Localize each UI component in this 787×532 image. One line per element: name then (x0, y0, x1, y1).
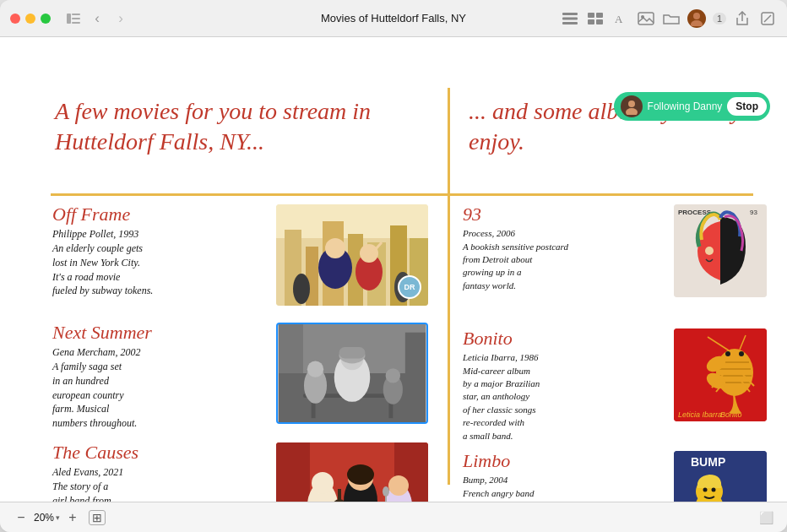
svg-point-34 (293, 274, 310, 304)
grid-view-icon[interactable]: ⊞ (89, 510, 106, 525)
collaborator-count: 1 (713, 13, 726, 24)
svg-rect-49 (279, 324, 303, 373)
svg-rect-10 (596, 19, 603, 24)
titlebar: ‹ › Movies of Hutteldorf Falls, NY (0, 0, 787, 37)
svg-rect-0 (67, 14, 71, 24)
album-subtitle-2: Leticia Ibarra, 1986Mid-career albumby a… (463, 351, 665, 442)
album-title-2: Bonito (463, 328, 665, 349)
album-text-3: Limbo Bump, 2004French angry bandmixes i… (463, 451, 665, 502)
movie-image-2 (276, 323, 428, 424)
svg-point-18 (628, 100, 635, 107)
svg-point-64 (383, 486, 389, 497)
album-text-2: Bonito Leticia Ibarra, 1986Mid-career al… (463, 328, 665, 442)
window: ‹ › Movies of Hutteldorf Falls, NY (0, 0, 787, 532)
movie-entry-1: Off Frame Philippe Pollet, 1993An elderl… (52, 204, 428, 306)
window-title: Movies of Hutteldorf Falls, NY (321, 12, 466, 24)
movie-image-3 (276, 442, 428, 502)
gallery-icon[interactable] (586, 9, 605, 28)
svg-rect-12 (638, 13, 654, 24)
svg-rect-58 (338, 489, 341, 502)
svg-text:Leticia Ibarra: Leticia Ibarra (678, 410, 722, 419)
close-button[interactable] (10, 14, 20, 24)
album-text-1: 93 Process, 2006A bookish sensitive post… (463, 204, 665, 297)
svg-rect-44 (339, 347, 366, 359)
album-image-1: PROCESS 93 (674, 204, 767, 297)
zoom-chevron-icon: ▾ (56, 513, 60, 522)
back-button[interactable]: ‹ (88, 9, 106, 28)
svg-text:93: 93 (750, 209, 757, 216)
movie-text-1: Off Frame Philippe Pollet, 1993An elderl… (52, 204, 266, 306)
fullscreen-icon[interactable]: ⬜ (759, 511, 773, 524)
image-icon[interactable] (637, 9, 655, 28)
following-text: Following Danny (648, 100, 723, 112)
album-entry-3: Limbo Bump, 2004French angry bandmixes i… (463, 451, 767, 502)
svg-point-63 (388, 475, 409, 496)
movie-subtitle-1: Philippe Pollet, 1993An elderly couple g… (52, 227, 266, 298)
album-subtitle-3: Bump, 2004French angry bandmixes influen… (463, 474, 665, 502)
text-icon[interactable]: A (611, 9, 630, 28)
svg-point-91 (739, 351, 744, 356)
movie-title-1: Off Frame (52, 204, 266, 225)
svg-point-90 (725, 351, 730, 356)
canvas: Following Danny Stop A few movies for yo… (0, 37, 787, 502)
movie-subtitle-3: Aled Evans, 2021The story of agirl band … (52, 465, 266, 502)
edit-icon[interactable] (758, 9, 777, 28)
following-badge: Following Danny Stop (614, 92, 770, 121)
svg-rect-65 (385, 497, 387, 502)
vertical-divider (448, 88, 450, 485)
svg-rect-5 (562, 17, 578, 19)
svg-point-30 (325, 238, 345, 258)
movie-text-3: The Causes Aled Evans, 2021The story of … (52, 442, 266, 502)
stop-button[interactable]: Stop (727, 97, 767, 116)
album-entry-2: Bonito Leticia Ibarra, 1986Mid-career al… (463, 328, 767, 442)
svg-rect-8 (596, 13, 603, 18)
svg-rect-50 (405, 333, 426, 373)
toolbar-icons: A (561, 9, 777, 28)
traffic-lights (10, 14, 51, 24)
zoom-button[interactable] (41, 14, 51, 24)
movie-avatar-dr: DR (398, 275, 421, 299)
zoom-plus-button[interactable]: + (65, 510, 80, 525)
svg-point-97 (703, 488, 708, 492)
svg-point-15 (691, 20, 703, 26)
zoom-value: 20% (34, 512, 54, 524)
movie-title-3: The Causes (52, 442, 266, 463)
list-view-icon[interactable] (561, 9, 579, 28)
album-subtitle-1: Process, 2006A bookish sensitive postcar… (463, 227, 665, 292)
svg-point-48 (386, 368, 400, 383)
zoom-level-display: 20% ▾ (34, 512, 60, 524)
toolbar-left: ‹ › (64, 9, 130, 28)
sidebar-toggle-icon[interactable] (64, 9, 83, 28)
folder-icon[interactable] (662, 9, 681, 28)
svg-rect-1 (72, 14, 80, 15)
movie-entry-3: The Causes Aled Evans, 2021The story of … (52, 442, 428, 502)
movie-entry-2: Next Summer Gena Mercham, 2002A family s… (52, 323, 428, 431)
svg-point-14 (693, 13, 700, 19)
share-icon[interactable] (733, 9, 752, 28)
svg-rect-9 (588, 19, 594, 24)
horizontal-divider (51, 193, 753, 196)
album-entry-1: 93 Process, 2006A bookish sensitive post… (463, 204, 767, 297)
svg-line-17 (764, 15, 771, 22)
svg-rect-6 (562, 22, 578, 24)
movie-title-2: Next Summer (52, 323, 266, 343)
svg-text:A: A (615, 13, 623, 25)
following-avatar (621, 95, 643, 117)
minimize-button[interactable] (25, 14, 35, 24)
svg-point-32 (360, 244, 378, 263)
album-title-3: Limbo (463, 451, 665, 471)
header-left: A few movies for you to stream in Huttel… (55, 96, 426, 158)
zoom-minus-button[interactable]: − (14, 510, 29, 525)
svg-point-19 (626, 108, 638, 115)
svg-text:BUMP: BUMP (691, 455, 725, 469)
svg-point-61 (347, 464, 374, 485)
forward-button[interactable]: › (111, 9, 130, 28)
movie-text-2: Next Summer Gena Mercham, 2002A family s… (52, 323, 266, 431)
user-avatar[interactable] (687, 9, 706, 28)
album-image-2: Leticia Ibarra Bonito (674, 328, 767, 421)
svg-rect-4 (562, 13, 578, 15)
album-image-3: BUMP LIMBO (674, 451, 767, 502)
svg-rect-7 (588, 13, 594, 18)
svg-rect-3 (72, 22, 80, 24)
movie-subtitle-2: Gena Mercham, 2002A family saga setin an… (52, 345, 266, 431)
